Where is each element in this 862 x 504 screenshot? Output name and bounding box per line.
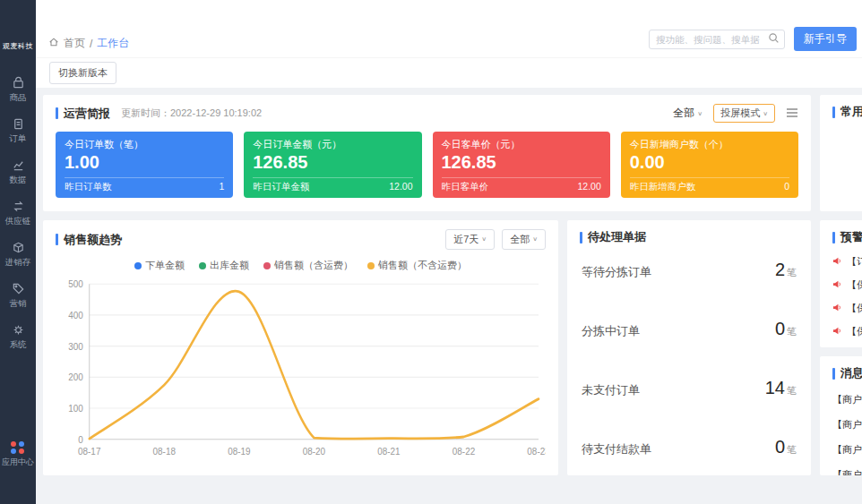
caret-down-icon: ∨	[763, 110, 768, 116]
warning-item[interactable]: 【订单】	[832, 255, 862, 269]
trend-title: 销售额趋势	[56, 232, 122, 248]
warning-item[interactable]: 【保质期	[832, 302, 862, 315]
notification-item[interactable]: 【商户注册	[832, 393, 862, 406]
pending-documents-panel: 待处理单据 等待分拣订单 2笔 分拣中订单 0笔 未支付订单	[567, 220, 811, 475]
sidebar-item-label: 营销	[10, 298, 27, 310]
more-menu-icon[interactable]	[786, 106, 798, 122]
pending-count: 0	[775, 319, 785, 338]
sidebar-item-system[interactable]: 系统	[0, 323, 36, 351]
svg-text:08-18: 08-18	[153, 445, 176, 457]
scope-filter-select[interactable]: 全部∨	[673, 106, 703, 121]
cast-mode-select[interactable]: 投屏模式∨	[713, 104, 775, 123]
svg-text:300: 300	[68, 340, 83, 352]
alert-horn-icon	[832, 326, 842, 337]
stat-title: 今日新增商户数（个）	[630, 138, 789, 151]
warning-item[interactable]: 【保质期	[832, 278, 862, 292]
dashboard-page: 观麦科技 商品 订单 数据 供应链 进销存	[0, 0, 862, 504]
pending-count: 14	[765, 378, 785, 397]
stat-title: 今日客单价（元）	[442, 138, 601, 151]
trend-chart-svg: 010020030040050008-1708-1808-1908-2008-2…	[56, 274, 546, 466]
chart-legend: 下单金额 出库金额 销售额（含运费） 销售额（不含运费）	[56, 259, 546, 272]
stat-card-today-orders: 今日订单数（笔） 1.00 昨日订单数1	[56, 132, 233, 198]
pending-row-waiting-sorting[interactable]: 等待分拣订单 2笔	[582, 260, 797, 280]
date-range-select[interactable]: 近7天∨	[445, 229, 495, 250]
pending-count: 2	[775, 260, 785, 279]
sidebar-item-marketing[interactable]: 营销	[0, 282, 36, 310]
stat-sub-value: 0	[784, 181, 789, 192]
sidebar-item-label: 供应链	[5, 216, 31, 227]
sidebar-item-label: 进销存	[5, 257, 31, 269]
notifications-panel: 消息通知 【商户注册 【商户注册 【商户注册 【商户注册	[820, 356, 862, 475]
caret-down-icon: ∨	[532, 236, 538, 243]
stat-sub-value: 1	[219, 181, 224, 192]
notification-item[interactable]: 【商户注册	[832, 468, 862, 475]
alert-horn-icon	[832, 279, 842, 291]
second-row: 销售额趋势 近7天∨ 全部∨ 下单金额 出库金额 销售额（含运费） 销售额（不含…	[43, 220, 811, 475]
notification-item[interactable]: 【商户注册	[832, 443, 862, 457]
sidebar-item-label: 数据	[10, 175, 27, 186]
product-icon	[12, 76, 25, 90]
pending-row-unpaid[interactable]: 未支付订单 14笔	[582, 378, 797, 398]
sidebar-item-orders[interactable]: 订单	[0, 117, 36, 145]
trend-scope-select[interactable]: 全部∨	[502, 229, 546, 250]
svg-text:500: 500	[68, 278, 83, 290]
legend-item-outbound-amount[interactable]: 出库金额	[199, 259, 249, 272]
alert-horn-icon	[832, 256, 842, 268]
line-chart[interactable]: 010020030040050008-1708-1808-1908-2008-2…	[56, 274, 546, 466]
app-center-icon	[11, 441, 25, 454]
stat-sub-label: 昨日客单价	[442, 181, 489, 193]
pending-row-settlement[interactable]: 待支付结款单 0笔	[582, 437, 797, 457]
sidebar-item-inventory[interactable]: 进销存	[0, 241, 36, 269]
sidebar: 观麦科技 商品 订单 数据 供应链 进销存	[0, 0, 36, 504]
cube-icon	[12, 241, 25, 254]
sidebar-item-label: 订单	[10, 133, 27, 145]
search-icon[interactable]	[768, 31, 780, 47]
svg-text:08-19: 08-19	[228, 445, 250, 457]
search-input[interactable]	[651, 34, 768, 45]
legend-item-sales-with-shipping[interactable]: 销售额（含运费）	[263, 259, 353, 272]
pending-count: 0	[775, 437, 785, 457]
svg-text:08-23: 08-23	[527, 445, 546, 457]
alert-horn-icon	[832, 303, 842, 314]
legend-item-sales-no-shipping[interactable]: 销售额（不含运费）	[367, 259, 467, 272]
operations-briefing-panel: 运营简报 更新时间：2022-12-29 10:19:02 全部∨ 投屏模式∨ …	[43, 95, 811, 211]
topbar-right: 新手引导	[649, 27, 857, 51]
sidebar-item-data[interactable]: 数据	[0, 158, 36, 186]
order-icon	[12, 117, 25, 131]
global-search[interactable]	[649, 30, 785, 49]
newbie-guide-button[interactable]: 新手引导	[794, 27, 857, 51]
warning-item[interactable]: 【保质期	[832, 325, 862, 338]
content-left: 运营简报 更新时间：2022-12-29 10:19:02 全部∨ 投屏模式∨ …	[43, 95, 811, 497]
sidebar-item-label: 系统	[10, 339, 27, 351]
stat-title: 今日订单数（笔）	[65, 138, 224, 151]
stat-sub-label: 昨日订单金额	[253, 181, 309, 193]
svg-text:08-20: 08-20	[303, 445, 325, 457]
breadcrumb: 首页 / 工作台	[48, 36, 129, 51]
stat-sub-label: 昨日订单数	[65, 181, 112, 193]
briefing-header: 运营简报 更新时间：2022-12-29 10:19:02 全部∨ 投屏模式∨	[56, 104, 798, 123]
stat-sub-label: 昨日新增商户数	[630, 181, 696, 193]
briefing-title: 运营简报	[56, 106, 110, 122]
briefing-controls: 全部∨ 投屏模式∨	[673, 104, 798, 123]
stat-value: 0.00	[630, 152, 789, 173]
caret-down-icon: ∨	[481, 236, 487, 243]
tag-icon	[12, 282, 25, 295]
breadcrumb-current[interactable]: 工作台	[97, 36, 129, 51]
breadcrumb-home[interactable]: 首页	[64, 36, 85, 51]
svg-text:08-17: 08-17	[78, 445, 100, 457]
pending-row-sorting[interactable]: 分拣中订单 0笔	[582, 319, 797, 339]
warnings-panel: 预警信息 【订单】 【保质期 【保质期 【保质期	[820, 220, 862, 347]
svg-text:200: 200	[68, 372, 83, 383]
switch-version-button[interactable]: 切换新版本	[49, 62, 116, 84]
sidebar-item-app-center[interactable]: 应用中心	[2, 441, 34, 468]
stat-card-new-merchants: 今日新增商户数（个） 0.00 昨日新增商户数0	[621, 132, 798, 198]
main-area: 首页 / 工作台 新手引导 切换新版本 运营简报	[36, 0, 862, 504]
legend-item-order-amount[interactable]: 下单金额	[134, 259, 185, 272]
content-right: 常用功能 预警信息 【订单】 【保质期 【保质期 【保质期 消息通知 【商户注册…	[820, 95, 862, 497]
top-bar: 首页 / 工作台 新手引导	[36, 0, 862, 57]
svg-text:400: 400	[68, 309, 83, 320]
sidebar-item-supply-chain[interactable]: 供应链	[0, 200, 36, 227]
sidebar-item-products[interactable]: 商品	[0, 76, 36, 104]
notification-item[interactable]: 【商户注册	[832, 418, 862, 431]
stat-title: 今日订单金额（元）	[253, 138, 412, 151]
